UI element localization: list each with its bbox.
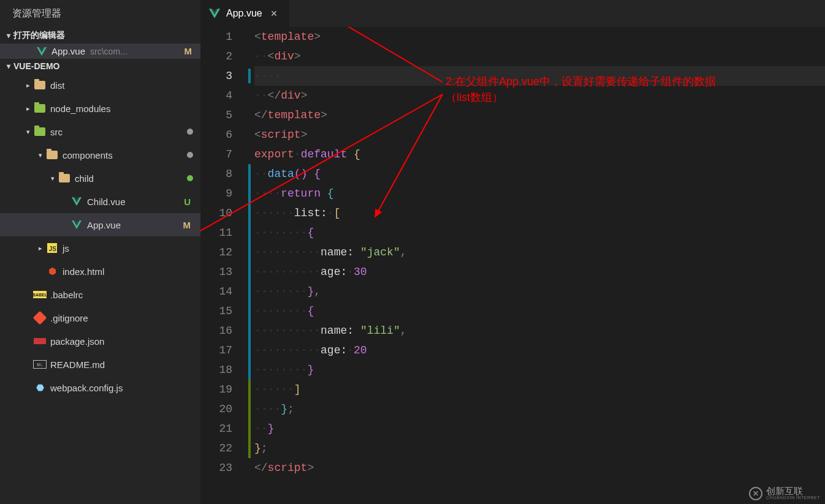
close-icon[interactable]: × (268, 7, 280, 20)
code-line[interactable]: }; (254, 438, 825, 458)
tree-label: .gitignore (50, 313, 193, 323)
line-number: 5 (200, 105, 232, 125)
code-line[interactable]: </template> (254, 105, 825, 125)
tree-label: package.json (50, 336, 193, 347)
tree-label: webpack.config.js (50, 383, 193, 393)
line-number: 16 (200, 321, 232, 340)
editor-tabbar: App.vue × (200, 0, 825, 27)
folder-src[interactable]: ▾src (0, 120, 200, 143)
tree-label: App.vue (87, 220, 183, 230)
folder-js[interactable]: ▸JSjs (0, 236, 200, 260)
tree-label: src (50, 127, 187, 137)
tree-label: index.html (63, 266, 193, 277)
code-line[interactable]: ··········name: "jack", (254, 243, 825, 262)
file-tree: ▸dist▸node_modules▾src▾components▾childC… (0, 73, 200, 399)
line-number: 12 (200, 243, 232, 262)
chevron-right-icon: ▸ (36, 244, 45, 252)
vue-icon (70, 220, 83, 229)
code-line[interactable]: ····return { (254, 184, 825, 203)
editor-area: App.vue × 123456789101112131415161718192… (200, 0, 825, 504)
npm-icon (33, 338, 47, 344)
chevron-down-icon: ▾ (4, 62, 13, 70)
code-line[interactable]: ··········name: "lili", (254, 321, 825, 340)
code-line[interactable]: ····}; (254, 399, 825, 419)
file-readme[interactable]: M↓README.md (0, 353, 200, 376)
line-number: 3 (200, 66, 232, 86)
line-number: 13 (200, 262, 232, 282)
code-line[interactable]: ··<div> (254, 47, 825, 66)
file-childvue[interactable]: Child.vueU (0, 190, 200, 213)
line-number: 22 (200, 438, 232, 458)
folder-components[interactable]: ▾components (0, 143, 200, 167)
tree-label: components (63, 150, 187, 160)
file-appvue[interactable]: App.vueM (0, 213, 200, 236)
folder-dist[interactable]: ▸dist (0, 73, 200, 97)
code-line[interactable]: <script> (254, 125, 825, 145)
code-line[interactable]: ··········age:·30 (254, 262, 825, 282)
code-editor[interactable]: 1234567891011121314151617181920212223 <t… (200, 27, 825, 504)
code-line[interactable]: ··data() { (254, 164, 825, 184)
line-number: 17 (200, 340, 232, 360)
diff-marker (248, 380, 251, 458)
file-package[interactable]: package.json (0, 329, 200, 353)
line-number: 19 (200, 380, 232, 399)
diff-marker (248, 164, 251, 380)
vue-icon (37, 47, 47, 56)
code-line[interactable]: ··········age:·20 (254, 340, 825, 360)
tree-label: child (75, 173, 187, 184)
code-line[interactable]: ··} (254, 419, 825, 438)
code-line[interactable]: ···· (254, 66, 825, 86)
open-editors-header[interactable]: ▾ 打开的编辑器 (0, 28, 200, 43)
js-icon: JS (45, 243, 59, 253)
folder-child[interactable]: ▾child (0, 167, 200, 190)
md-icon: M↓ (33, 360, 47, 369)
line-number: 2 (200, 47, 232, 66)
code-line[interactable]: ······] (254, 380, 825, 399)
line-number: 23 (200, 458, 232, 478)
folder-icon (58, 174, 71, 182)
status-dot (187, 175, 193, 181)
line-number: 6 (200, 125, 232, 145)
line-number: 7 (200, 145, 232, 164)
explorer-title: 资源管理器 (0, 0, 200, 28)
code-line[interactable]: ········} (254, 360, 825, 380)
code-line[interactable]: ········}, (254, 282, 825, 301)
folder-green-icon (33, 127, 47, 136)
file-webpack[interactable]: ⬣webpack.config.js (0, 376, 200, 399)
explorer-sidebar: 资源管理器 ▾ 打开的编辑器 App.vue src\com... M ▾ VU… (0, 0, 200, 504)
open-editors-label: 打开的编辑器 (13, 30, 65, 41)
webpack-icon: ⬣ (33, 382, 47, 393)
folder-icon (33, 81, 47, 89)
code-line[interactable]: ········{ (254, 301, 825, 321)
file-gitignore[interactable]: .gitignore (0, 306, 200, 329)
code-line[interactable]: export·default { (254, 145, 825, 164)
folder-node_modules[interactable]: ▸node_modules (0, 97, 200, 120)
folder-green-icon (33, 104, 47, 113)
diff-marker (248, 69, 251, 83)
open-editor-path: src\com... (90, 47, 179, 56)
editor-tab-appvue[interactable]: App.vue × (200, 0, 289, 27)
code-line[interactable]: <template> (254, 27, 825, 47)
editor-tab-label: App.vue (226, 8, 262, 19)
code-content[interactable]: <template>··<div>······</div></template>… (249, 27, 825, 504)
code-line[interactable]: ········{ (254, 223, 825, 243)
modified-badge: M (184, 46, 192, 56)
code-line[interactable]: ······list:·[ (254, 203, 825, 223)
code-line[interactable]: ··</div> (254, 86, 825, 105)
project-header[interactable]: ▾ VUE-DEMO (0, 59, 200, 73)
line-number: 9 (200, 184, 232, 203)
file-indexhtml[interactable]: ⬢index.html (0, 260, 200, 283)
line-number: 14 (200, 282, 232, 301)
tree-label: dist (50, 80, 193, 91)
open-editor-filename: App.vue (51, 46, 85, 56)
chevron-right-icon: ▸ (23, 81, 33, 89)
watermark-sub: CHUANGXIN INTERNET (766, 495, 820, 500)
line-number: 15 (200, 301, 232, 321)
open-editor-item[interactable]: App.vue src\com... M (0, 43, 200, 59)
file-babelrc[interactable]: BABEL.babelrc (0, 283, 200, 306)
code-line[interactable]: </script> (254, 458, 825, 478)
tree-label: .babelrc (50, 290, 193, 300)
chevron-down-icon: ▾ (36, 151, 45, 159)
watermark-brand: 创新互联 (766, 487, 820, 495)
tree-label: node_modules (50, 103, 193, 114)
